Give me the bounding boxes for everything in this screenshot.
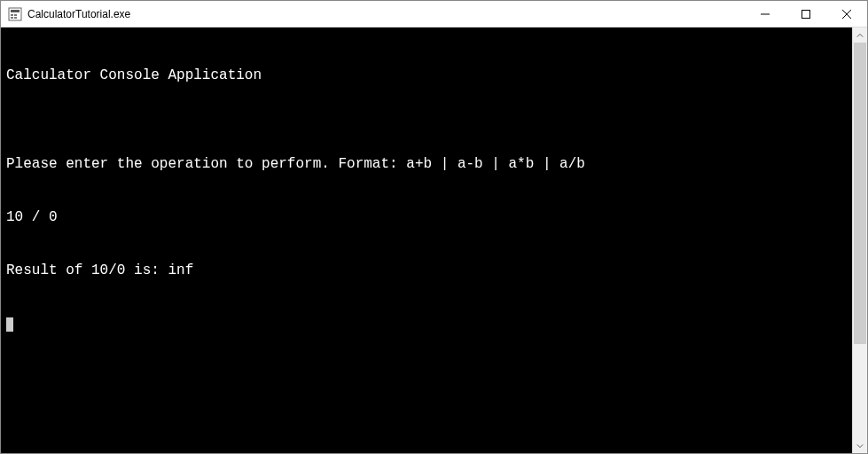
svg-rect-2 bbox=[11, 14, 13, 16]
window-title: CalculatorTutorial.exe bbox=[27, 8, 745, 20]
console-line: 10 / 0 bbox=[6, 208, 847, 226]
window-controls bbox=[745, 1, 867, 27]
scroll-thumb[interactable] bbox=[854, 43, 866, 344]
svg-rect-7 bbox=[802, 10, 810, 18]
close-button[interactable] bbox=[826, 1, 867, 27]
content-area: Calculator Console Application Please en… bbox=[1, 27, 867, 453]
app-icon bbox=[8, 7, 22, 21]
svg-rect-4 bbox=[11, 17, 13, 19]
console-output[interactable]: Calculator Console Application Please en… bbox=[1, 27, 852, 453]
svg-rect-1 bbox=[11, 10, 20, 12]
text-cursor bbox=[6, 317, 13, 332]
console-line: Please enter the operation to perform. F… bbox=[6, 155, 847, 173]
scroll-down-arrow-icon[interactable] bbox=[853, 438, 867, 453]
svg-rect-3 bbox=[14, 14, 17, 16]
vertical-scrollbar[interactable] bbox=[852, 27, 867, 453]
scroll-up-arrow-icon[interactable] bbox=[853, 27, 867, 43]
console-line: Result of 10/0 is: inf bbox=[6, 262, 847, 279]
minimize-button[interactable] bbox=[745, 1, 786, 27]
window-titlebar: CalculatorTutorial.exe bbox=[1, 1, 867, 27]
maximize-button[interactable] bbox=[786, 1, 826, 27]
console-line: Calculator Console Application bbox=[6, 67, 847, 84]
console-cursor-line bbox=[6, 315, 847, 333]
svg-rect-5 bbox=[14, 17, 17, 19]
